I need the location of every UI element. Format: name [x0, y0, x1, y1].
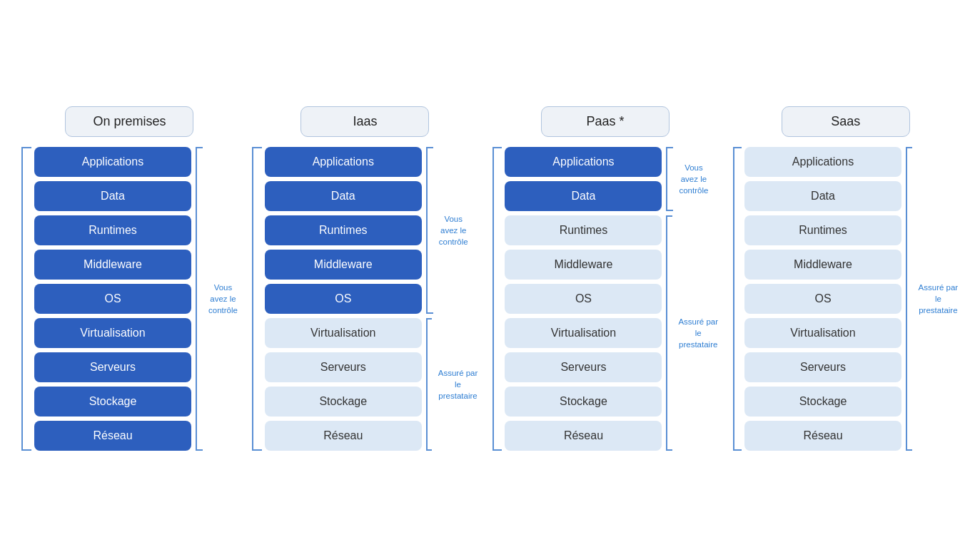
- iaas-applications: Applications: [265, 147, 422, 177]
- item-virtualisation: Virtualisation: [34, 318, 191, 348]
- item-middleware: Middleware: [34, 250, 191, 280]
- paas-stockage: Stockage: [505, 387, 662, 417]
- item-runtimes: Runtimes: [34, 215, 191, 245]
- saas-middleware: Middleware: [744, 250, 901, 280]
- header-paas: Paas *: [541, 106, 670, 137]
- item-reseau: Réseau: [34, 421, 191, 451]
- paas-reseau: Réseau: [505, 421, 662, 451]
- column-on-premises: On premises Applications Data Runtimes M…: [21, 106, 238, 451]
- paas-middleware: Middleware: [505, 250, 662, 280]
- bracket-label-saas: Assuré par le prestataire: [918, 282, 959, 316]
- header-on-premises: On premises: [65, 106, 193, 137]
- saas-applications: Applications: [744, 147, 901, 177]
- paas-virtualisation: Virtualisation: [505, 318, 662, 348]
- item-serveurs: Serveurs: [34, 352, 191, 382]
- column-content-saas: Saas Applications Data Runtimes Middlewa…: [733, 106, 959, 451]
- items-saas: Applications Data Runtimes Middleware OS…: [744, 147, 901, 451]
- saas-os: OS: [744, 284, 901, 314]
- diagram: On premises Applications Data Runtimes M…: [0, 92, 980, 465]
- iaas-serveurs: Serveurs: [265, 352, 422, 382]
- column-content-paas: Paas * Applications Data Vous avez le co: [492, 106, 718, 451]
- paas-applications: Applications: [505, 147, 662, 177]
- iaas-stockage: Stockage: [265, 387, 422, 417]
- iaas-virtualisation: Virtualisation: [265, 318, 422, 348]
- saas-serveurs: Serveurs: [744, 352, 901, 382]
- item-stockage: Stockage: [34, 387, 191, 417]
- bracket-iaas-group2: Assuré par le prestataire: [438, 367, 478, 402]
- paas-group2: Runtimes Middleware OS Virtualisation Se…: [505, 215, 662, 451]
- paas-os: OS: [505, 284, 662, 314]
- bracket-label-on-premises: Vous avez le contrôle: [208, 282, 238, 316]
- column-saas: Saas Applications Data Runtimes Middlewa…: [733, 106, 959, 451]
- item-os: OS: [34, 284, 191, 314]
- saas-stockage: Stockage: [744, 387, 901, 417]
- item-applications: Applications: [34, 147, 191, 177]
- header-iaas: Iaas: [300, 106, 429, 137]
- column-paas: Paas * Applications Data Vous avez le co: [492, 106, 718, 451]
- paas-serveurs: Serveurs: [505, 352, 662, 382]
- iaas-group1: Applications Data Runtimes Middleware OS: [265, 147, 422, 314]
- saas-virtualisation: Virtualisation: [744, 318, 901, 348]
- bracket-iaas-group1: Vous avez le contrôle: [439, 213, 468, 247]
- iaas-reseau: Réseau: [265, 421, 422, 451]
- saas-runtimes: Runtimes: [744, 215, 901, 245]
- paas-group1: Applications Data: [505, 147, 662, 211]
- item-data: Data: [34, 181, 191, 211]
- iaas-runtimes: Runtimes: [265, 215, 422, 245]
- paas-data: Data: [505, 181, 662, 211]
- header-saas: Saas: [782, 106, 910, 137]
- iaas-os: OS: [265, 284, 422, 314]
- bracket-paas-group1: Vous avez le contrôle: [679, 162, 708, 196]
- column-content-iaas: Iaas Applications Data Runtimes Middlewa…: [252, 106, 478, 451]
- column-iaas: Iaas Applications Data Runtimes Middlewa…: [252, 106, 478, 451]
- paas-runtimes: Runtimes: [505, 215, 662, 245]
- bracket-paas-group2: Assuré par le prestataire: [678, 316, 718, 350]
- saas-reseau: Réseau: [744, 421, 901, 451]
- saas-data: Data: [744, 181, 901, 211]
- iaas-group2: Virtualisation Serveurs Stockage Réseau: [265, 318, 422, 451]
- iaas-middleware: Middleware: [265, 250, 422, 280]
- iaas-data: Data: [265, 181, 422, 211]
- items-on-premises: Applications Data Runtimes Middleware OS…: [34, 147, 191, 451]
- column-content: On premises Applications Data Runtimes M…: [21, 106, 238, 451]
